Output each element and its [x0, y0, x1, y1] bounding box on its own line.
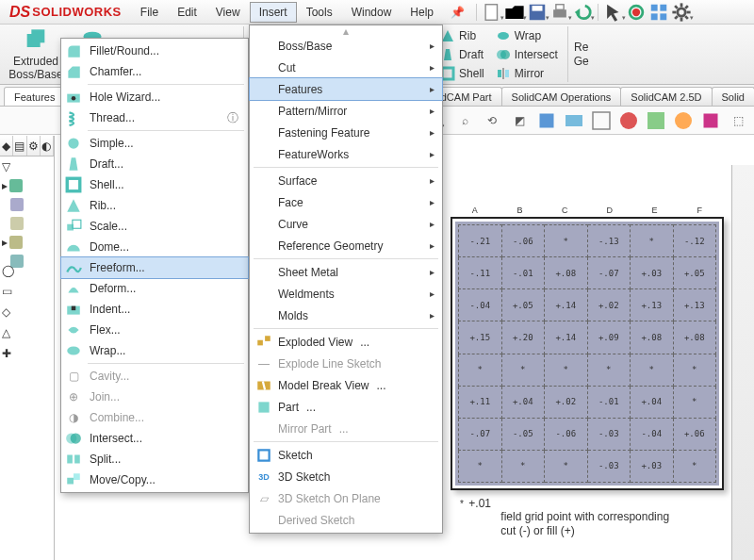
- feat-shell[interactable]: Shell...: [61, 174, 248, 195]
- tree-filter-icon[interactable]: ▽: [2, 160, 52, 173]
- wrap-button[interactable]: Wrap: [492, 27, 562, 44]
- undo-button[interactable]: ▾: [572, 2, 593, 23]
- left-tool-4[interactable]: △: [2, 326, 17, 341]
- orient-icon[interactable]: [535, 109, 558, 132]
- logo-prefix: DS: [9, 4, 30, 21]
- feat-simple[interactable]: Simple...: [61, 133, 248, 154]
- render-icon[interactable]: [672, 109, 695, 132]
- rebuild-button[interactable]: [626, 2, 647, 23]
- shell-button[interactable]: Shell: [436, 65, 488, 82]
- intersect-button[interactable]: Intersect: [492, 46, 562, 63]
- display-style-icon[interactable]: [563, 109, 585, 132]
- ins-curve[interactable]: Curve▸: [250, 213, 442, 235]
- ins-molds[interactable]: Molds▸: [250, 305, 442, 326]
- feat-chamfer[interactable]: Chamfer...: [61, 61, 248, 82]
- settings-icon[interactable]: ▾: [671, 2, 692, 23]
- ins-3d-sketch[interactable]: 3D3D Sketch: [250, 466, 442, 487]
- grid-table: -.21-.06*-.13*-.12-.11-.01+.08-.07+.03+.…: [458, 224, 716, 483]
- ins-features[interactable]: Features▸: [250, 78, 442, 100]
- tab-solidcam-25d[interactable]: SolidCAM 2.5D: [620, 87, 712, 106]
- ins-pattern-mirror[interactable]: Pattern/Mirror▸: [250, 100, 442, 122]
- ins-surface[interactable]: Surface▸: [250, 170, 442, 191]
- left-tool-5[interactable]: ✚: [2, 347, 17, 362]
- ref-geom-partial[interactable]: Re Ge: [574, 27, 589, 82]
- tree-node[interactable]: [2, 217, 52, 230]
- ins-part[interactable]: Part...: [250, 396, 442, 418]
- menu-file[interactable]: File: [131, 2, 168, 23]
- ins-face[interactable]: Face▸: [250, 191, 442, 213]
- tab-solidcam-ops[interactable]: SolidCAM Operations: [501, 87, 622, 106]
- svg-rect-59: [72, 306, 76, 311]
- ins-cut[interactable]: Cut▸: [250, 57, 442, 78]
- feat-hole-wizard[interactable]: Hole Wizard...: [61, 87, 248, 107]
- menu-help[interactable]: Help: [401, 2, 443, 23]
- render2-icon[interactable]: [699, 109, 722, 132]
- task-pane[interactable]: [731, 165, 754, 560]
- feat-intersect[interactable]: Intersect...: [61, 428, 248, 449]
- feat-draft[interactable]: Draft...: [61, 154, 248, 174]
- mirror-button[interactable]: Mirror: [492, 65, 562, 82]
- feat-scale[interactable]: Scale...: [61, 216, 248, 237]
- tree-node[interactable]: ▸: [2, 236, 52, 249]
- ins-sketch[interactable]: Sketch: [250, 444, 442, 466]
- tab-solid-partial[interactable]: Solid: [712, 87, 754, 106]
- ins-exploded-view[interactable]: Exploded View...: [250, 331, 442, 353]
- menu-edit[interactable]: Edit: [168, 2, 206, 23]
- menu-tools[interactable]: Tools: [297, 2, 342, 23]
- extra-icon[interactable]: ⬚: [727, 109, 749, 132]
- ins-ref-geom[interactable]: Reference Geometry▸: [250, 235, 442, 256]
- tree-node[interactable]: [2, 198, 52, 211]
- feat-rib[interactable]: Rib...: [61, 195, 248, 216]
- feat-dome[interactable]: Dome...: [61, 237, 248, 257]
- grid-cell: -.21: [459, 225, 502, 257]
- hide-show-icon[interactable]: [590, 109, 613, 132]
- fm-tab-1[interactable]: ◆: [0, 136, 13, 156]
- svg-rect-67: [257, 339, 263, 345]
- feat-join: ⊕Join...: [61, 387, 248, 407]
- options-grid-icon[interactable]: [648, 2, 669, 23]
- fm-tab-4[interactable]: ◐: [41, 136, 54, 156]
- print-button[interactable]: ▾: [549, 2, 570, 23]
- rib-button[interactable]: Rib: [436, 27, 488, 44]
- feat-wrap[interactable]: Wrap...: [61, 340, 248, 361]
- scene-icon[interactable]: [645, 109, 667, 132]
- section-icon[interactable]: ◩: [508, 109, 531, 132]
- ins-weldments[interactable]: Weldments▸: [250, 283, 442, 305]
- pin-icon[interactable]: 📌: [443, 6, 472, 19]
- draft-button[interactable]: Draft: [436, 46, 488, 63]
- ins-fastening[interactable]: Fastening Feature▸: [250, 122, 442, 143]
- menu-window[interactable]: Window: [342, 2, 402, 23]
- menu-grabber[interactable]: ▴: [250, 27, 442, 35]
- ins-featureworks[interactable]: FeatureWorks▸: [250, 143, 442, 165]
- open-button[interactable]: ▾: [504, 2, 525, 23]
- left-tool-2[interactable]: ▭: [2, 285, 17, 300]
- new-button[interactable]: ▾: [482, 2, 502, 23]
- feat-move-copy[interactable]: Move/Copy...: [61, 469, 248, 490]
- feat-freeform[interactable]: Freeform...: [61, 257, 248, 278]
- zoom-area-icon[interactable]: ⌕: [453, 109, 476, 132]
- save-button[interactable]: ▾: [527, 2, 548, 23]
- fm-tab-2[interactable]: ▤: [13, 136, 26, 156]
- feat-flex[interactable]: Flex...: [61, 320, 248, 340]
- feat-indent[interactable]: Indent...: [61, 299, 248, 320]
- extruded-boss-button[interactable]: Extruded Boss/Base: [9, 27, 62, 82]
- feat-thread[interactable]: Thread...ⓘ: [61, 107, 248, 128]
- left-tool-3[interactable]: ◇: [2, 305, 17, 321]
- menu-insert[interactable]: Insert: [250, 2, 297, 23]
- menu-view[interactable]: View: [206, 2, 250, 23]
- select-button[interactable]: ▾: [603, 2, 624, 23]
- ins-model-break[interactable]: Model Break View...: [250, 374, 442, 396]
- tab-features[interactable]: Features: [4, 87, 65, 106]
- fm-tab-3[interactable]: ⚙: [27, 136, 41, 156]
- left-tool-1[interactable]: ◯: [2, 264, 17, 279]
- fm-tree[interactable]: ▽ ▸ ▸: [0, 156, 54, 272]
- feat-fillet-round[interactable]: Fillet/Round...: [61, 41, 248, 61]
- help-icon[interactable]: ⓘ: [227, 110, 242, 125]
- tree-root[interactable]: ▸: [2, 179, 52, 192]
- feat-split[interactable]: Split...: [61, 449, 248, 469]
- appearance-icon[interactable]: [617, 109, 640, 132]
- ins-boss-base[interactable]: Boss/Base▸: [250, 35, 442, 57]
- feat-deform[interactable]: Deform...: [61, 278, 248, 299]
- prev-view-icon[interactable]: ⟲: [481, 109, 503, 132]
- ins-sheet-metal[interactable]: Sheet Metal▸: [250, 261, 442, 283]
